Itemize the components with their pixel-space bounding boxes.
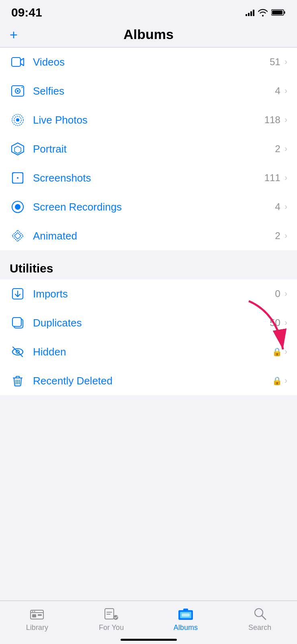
- status-bar: 09:41: [0, 0, 297, 23]
- svg-rect-1: [284, 11, 285, 14]
- svg-point-26: [32, 611, 33, 612]
- videos-count: 51: [270, 56, 281, 68]
- utilities-section-header: Utilities: [0, 250, 297, 279]
- recently-deleted-chevron: ›: [285, 376, 287, 386]
- screen-recording-icon: [10, 199, 26, 215]
- list-item-screen-recordings[interactable]: Screen Recordings 4 ›: [0, 192, 297, 221]
- svg-rect-17: [12, 318, 21, 326]
- svg-rect-29: [38, 614, 42, 616]
- svg-point-14: [15, 204, 20, 210]
- list-item-live-photos[interactable]: Live Photos 118 ›: [0, 105, 297, 134]
- add-album-button[interactable]: +: [10, 28, 18, 41]
- page-title: Albums: [123, 27, 174, 42]
- svg-point-27: [34, 611, 35, 612]
- tab-for-you[interactable]: For You: [91, 606, 131, 632]
- list-item-selfies[interactable]: Selfies 4 ›: [0, 76, 297, 105]
- screen-recordings-count: 4: [275, 201, 280, 213]
- svg-point-10: [16, 118, 19, 122]
- media-types-section: Videos 51 › Selfies 4 › Live Photos 118: [0, 47, 297, 250]
- tab-library[interactable]: Library: [17, 606, 57, 632]
- selfies-count: 4: [275, 85, 280, 97]
- list-item-duplicates[interactable]: Duplicates 50 ›: [0, 308, 297, 337]
- portrait-icon: [10, 141, 26, 157]
- hidden-lock-icon: 🔒: [272, 347, 282, 357]
- svg-rect-2: [272, 10, 283, 14]
- screenshots-chevron: ›: [285, 173, 287, 183]
- status-time: 09:41: [11, 6, 42, 19]
- import-icon: [10, 286, 26, 302]
- animated-chevron: ›: [285, 231, 287, 241]
- library-tab-icon: [27, 606, 47, 622]
- svg-rect-28: [32, 614, 36, 617]
- battery-icon: [271, 8, 286, 17]
- tab-bar: Library For You Albums: [0, 601, 297, 644]
- utilities-section: Imports 0 › Duplicates 50 › Hidden 🔒 ›: [0, 279, 297, 395]
- list-item-animated[interactable]: Animated 2 ›: [0, 221, 297, 250]
- selfies-chevron: ›: [285, 86, 287, 96]
- svg-point-7: [22, 87, 23, 88]
- tab-albums[interactable]: Albums: [166, 606, 206, 632]
- utilities-title: Utilities: [10, 262, 53, 275]
- recently-deleted-label: Recently Deleted: [33, 375, 272, 387]
- svg-line-37: [262, 615, 266, 619]
- video-icon: [10, 54, 26, 70]
- portrait-count: 2: [275, 143, 280, 155]
- videos-chevron: ›: [285, 57, 287, 67]
- svg-point-12: [17, 177, 18, 179]
- imports-chevron: ›: [285, 289, 287, 299]
- svg-point-31: [113, 615, 118, 620]
- svg-point-6: [17, 90, 19, 92]
- list-item-recently-deleted[interactable]: Recently Deleted 🔒 ›: [0, 366, 297, 395]
- for-you-tab-label: For You: [99, 623, 124, 632]
- duplicates-chevron: ›: [285, 318, 287, 328]
- list-item-portrait[interactable]: Portrait 2 ›: [0, 134, 297, 163]
- search-tab-icon: [250, 606, 270, 622]
- live-photos-label: Live Photos: [33, 114, 264, 126]
- animated-label: Animated: [33, 230, 275, 242]
- search-tab-label: Search: [248, 623, 271, 632]
- albums-tab-label: Albums: [174, 623, 198, 632]
- live-photos-chevron: ›: [285, 115, 287, 125]
- trash-icon: [10, 373, 26, 389]
- screenshot-icon: [10, 170, 26, 186]
- signal-bars-icon: [246, 9, 254, 16]
- tab-search[interactable]: Search: [240, 606, 280, 632]
- duplicates-count: 50: [270, 317, 281, 328]
- svg-rect-34: [182, 613, 190, 617]
- list-item-imports[interactable]: Imports 0 ›: [0, 279, 297, 308]
- recently-deleted-lock-icon: 🔒: [272, 376, 282, 386]
- screen-recordings-chevron: ›: [285, 202, 287, 212]
- nav-bar: + Albums: [0, 23, 297, 47]
- status-icons: [246, 8, 286, 17]
- list-item-screenshots[interactable]: Screenshots 111 ›: [0, 163, 297, 192]
- library-tab-label: Library: [26, 623, 48, 632]
- selfies-label: Selfies: [33, 85, 275, 97]
- wifi-icon: [258, 8, 268, 17]
- duplicates-label: Duplicates: [33, 317, 270, 329]
- imports-count: 0: [275, 288, 280, 299]
- portrait-chevron: ›: [285, 144, 287, 154]
- screenshots-label: Screenshots: [33, 172, 264, 184]
- selfie-icon: [10, 83, 26, 99]
- svg-rect-35: [183, 609, 188, 611]
- albums-tab-icon: [176, 606, 195, 622]
- for-you-tab-icon: [102, 606, 121, 622]
- videos-label: Videos: [33, 56, 270, 68]
- screen-recordings-label: Screen Recordings: [33, 201, 275, 213]
- animated-icon: [10, 228, 26, 244]
- live-photo-icon: [10, 112, 26, 128]
- screenshots-count: 111: [264, 172, 281, 184]
- list-item-videos[interactable]: Videos 51 ›: [0, 47, 297, 76]
- svg-rect-3: [12, 58, 20, 66]
- hidden-chevron: ›: [285, 347, 287, 357]
- hidden-label: Hidden: [33, 346, 272, 358]
- live-photos-count: 118: [264, 114, 281, 126]
- duplicate-icon: [10, 315, 26, 331]
- hidden-icon: [10, 344, 26, 360]
- portrait-label: Portrait: [33, 143, 275, 155]
- home-indicator: [121, 639, 177, 641]
- list-item-hidden[interactable]: Hidden 🔒 ›: [0, 337, 297, 366]
- imports-label: Imports: [33, 288, 275, 300]
- animated-count: 2: [275, 230, 280, 242]
